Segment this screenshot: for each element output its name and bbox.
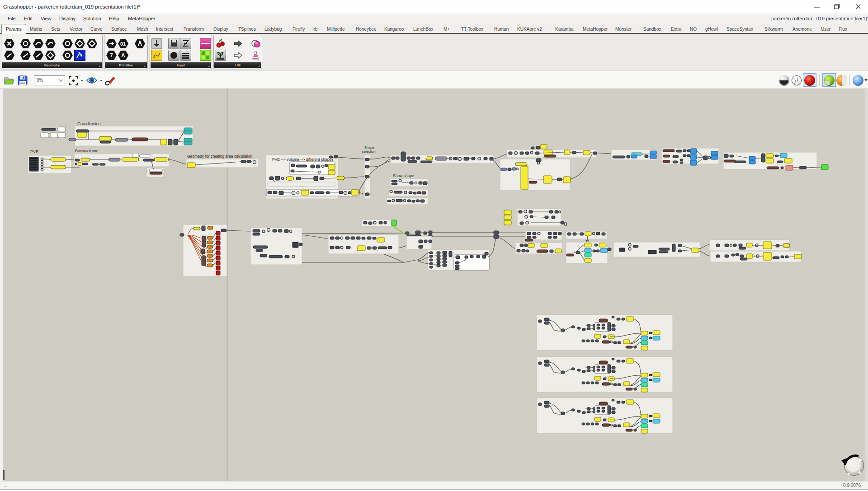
svg-text:7: 7	[110, 52, 113, 59]
svg-text:PVE --> volume --> different s: PVE --> volume --> different shapes	[272, 157, 333, 162]
svg-text:A: A	[121, 52, 125, 59]
svg-text:Bouwvolume: Bouwvolume	[75, 149, 99, 153]
svg-text:Shape: Shape	[364, 145, 374, 150]
svg-text:selection: selection	[362, 150, 376, 154]
svg-text:Show shape: Show shape	[393, 173, 414, 178]
svg-text:Grondkosten: Grondkosten	[77, 122, 101, 126]
svg-text:Geometry for creating area cal: Geometry for creating area calculation	[187, 154, 252, 159]
svg-text:PVE: PVE	[30, 150, 38, 154]
svg-text:01: 01	[120, 41, 126, 47]
